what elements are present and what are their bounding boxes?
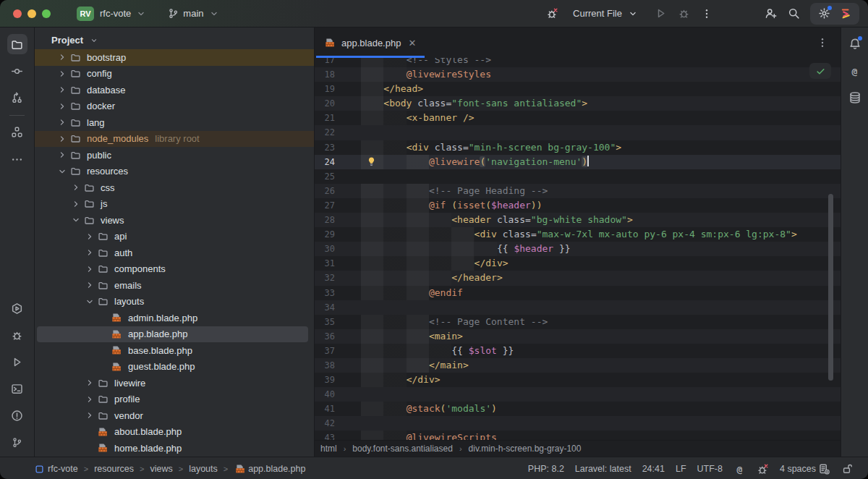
code-line-24[interactable]: 24@livewire('navigation-menu') bbox=[315, 155, 841, 169]
more-icon[interactable] bbox=[7, 149, 27, 169]
inspection-widget[interactable] bbox=[809, 63, 831, 79]
laravel-version-widget[interactable]: Laravel: latest bbox=[575, 464, 631, 474]
tree-item-emails[interactable]: emails bbox=[35, 277, 314, 294]
ai-assistant-icon[interactable]: @ bbox=[733, 463, 746, 475]
tree-item-config[interactable]: config bbox=[35, 66, 314, 82]
code-line-25[interactable]: 25 bbox=[315, 169, 841, 184]
problems-icon[interactable] bbox=[7, 405, 27, 425]
breadcrumb-item[interactable]: div.min-h-screen.bg-gray-100 bbox=[469, 444, 582, 454]
caret-position-widget[interactable]: 24:41 bbox=[642, 464, 665, 474]
editor-scrollbar[interactable] bbox=[828, 194, 833, 381]
code-line-40[interactable]: 40 bbox=[315, 387, 841, 402]
chevron-right-icon[interactable] bbox=[56, 68, 69, 80]
chevron-right-icon[interactable] bbox=[69, 198, 82, 210]
encoding-widget[interactable]: UTF-8 bbox=[697, 464, 723, 474]
tab-options-kebab-icon[interactable] bbox=[816, 36, 829, 49]
project-folder-icon[interactable] bbox=[7, 34, 27, 54]
tree-item-docker[interactable]: docker bbox=[35, 98, 314, 115]
line-ending-widget[interactable]: LF bbox=[676, 464, 686, 474]
chevron-down-icon[interactable] bbox=[83, 296, 96, 308]
tree-item-public[interactable]: public bbox=[35, 147, 314, 164]
tree-item-livewire[interactable]: livewire bbox=[35, 375, 314, 391]
traffic-minimize-icon[interactable] bbox=[27, 9, 36, 18]
tree-item-js[interactable]: js bbox=[35, 196, 314, 213]
tree-item-app.blade.php[interactable]: app.blade.php bbox=[35, 326, 314, 343]
tree-item-views[interactable]: views bbox=[35, 212, 314, 229]
kebab-menu-icon[interactable] bbox=[700, 7, 713, 20]
notifications-bell-icon[interactable] bbox=[847, 36, 863, 52]
path-item[interactable]: layouts bbox=[189, 464, 218, 474]
chevron-right-icon[interactable] bbox=[56, 51, 69, 63]
code-line-28[interactable]: 28<header class="bg-white shadow"> bbox=[315, 213, 841, 227]
tree-item-vendor[interactable]: vendor bbox=[35, 407, 314, 424]
commit-icon[interactable] bbox=[7, 61, 27, 81]
tree-item-admin.blade.php[interactable]: admin.blade.php bbox=[35, 310, 314, 326]
tree-item-base.blade.php[interactable]: base.blade.php bbox=[35, 342, 314, 359]
path-item[interactable]: app.blade.php bbox=[234, 463, 305, 475]
chevron-right-icon[interactable] bbox=[83, 231, 96, 242]
tree-item-about.blade.php[interactable]: about.blade.php bbox=[35, 424, 314, 441]
code-line-34[interactable]: 34 bbox=[315, 300, 841, 315]
chevron-right-icon[interactable] bbox=[56, 101, 69, 112]
tree-item-guest.blade.php[interactable]: guest.blade.php bbox=[35, 359, 314, 376]
code-line-21[interactable]: 21<x-banner /> bbox=[315, 111, 841, 125]
tree-item-css[interactable]: css bbox=[35, 179, 314, 196]
code-line-41[interactable]: 41@stack('modals') bbox=[315, 402, 841, 416]
lightbulb-icon[interactable] bbox=[366, 156, 378, 168]
debug-button[interactable] bbox=[677, 7, 690, 20]
run-button[interactable] bbox=[654, 7, 667, 20]
database-icon[interactable] bbox=[847, 90, 863, 106]
tree-item-node_modules[interactable]: node_moduleslibrary root bbox=[35, 131, 314, 148]
code-editor[interactable]: 17<!-- Styles -->18@livewireStyles19</he… bbox=[315, 58, 841, 440]
pull-request-icon[interactable] bbox=[7, 88, 27, 108]
chevron-right-icon[interactable] bbox=[83, 247, 96, 258]
code-with-me-icon[interactable] bbox=[764, 7, 777, 20]
bug-disabled-icon[interactable] bbox=[545, 7, 558, 20]
code-line-39[interactable]: 39</div> bbox=[315, 373, 841, 387]
breadcrumb-item[interactable]: html bbox=[320, 444, 337, 454]
close-icon[interactable]: ✕ bbox=[408, 38, 416, 48]
chevron-right-icon[interactable] bbox=[56, 149, 69, 161]
code-line-19[interactable]: 19</head> bbox=[315, 82, 841, 96]
chevron-right-icon[interactable] bbox=[83, 377, 96, 389]
tree-item-auth[interactable]: auth bbox=[35, 245, 314, 261]
code-line-32[interactable]: 32</header> bbox=[315, 271, 841, 285]
code-line-33[interactable]: 33@endif bbox=[315, 286, 841, 300]
code-line-18[interactable]: 18@livewireStyles bbox=[315, 67, 841, 82]
tree-item-api[interactable]: api bbox=[35, 229, 314, 245]
version-control-icon[interactable] bbox=[7, 432, 27, 452]
chevron-right-icon[interactable] bbox=[56, 84, 69, 96]
php-version-widget[interactable]: PHP: 8.2 bbox=[528, 464, 564, 474]
path-item[interactable]: resources bbox=[94, 464, 134, 474]
code-line-26[interactable]: 26<!-- Page Heading --> bbox=[315, 184, 841, 198]
run-icon[interactable] bbox=[7, 352, 27, 372]
path-item[interactable]: views bbox=[150, 464, 172, 474]
chevron-right-icon[interactable] bbox=[69, 182, 82, 193]
code-line-22[interactable]: 22 bbox=[315, 125, 841, 140]
branch-selector[interactable]: main bbox=[166, 7, 220, 20]
lock-open-icon[interactable] bbox=[841, 463, 854, 475]
search-icon[interactable] bbox=[787, 7, 800, 20]
code-line-17[interactable]: 17<!-- Styles --> bbox=[315, 58, 841, 67]
chevron-down-icon[interactable] bbox=[69, 214, 82, 226]
tree-item-database[interactable]: database bbox=[35, 82, 314, 98]
chevron-down-icon[interactable] bbox=[56, 166, 69, 177]
bug-disabled-icon[interactable] bbox=[757, 463, 769, 475]
structure-icon[interactable] bbox=[7, 122, 27, 142]
code-line-27[interactable]: 27@if (isset($header)) bbox=[315, 198, 841, 213]
chevron-right-icon[interactable] bbox=[83, 279, 96, 291]
traffic-zoom-icon[interactable] bbox=[42, 9, 51, 18]
tree-item-bootstrap[interactable]: bootstrap bbox=[35, 49, 314, 66]
code-line-31[interactable]: 31</div> bbox=[315, 256, 841, 271]
project-selector[interactable]: rfc-vote bbox=[100, 7, 148, 20]
tree-item-profile[interactable]: profile bbox=[35, 391, 314, 408]
run-configuration[interactable]: Current File bbox=[573, 7, 639, 20]
terminal-icon[interactable] bbox=[7, 378, 27, 399]
code-line-42[interactable]: 42 bbox=[315, 416, 841, 431]
chevron-right-icon[interactable] bbox=[56, 116, 69, 128]
tree-item-lang[interactable]: lang bbox=[35, 114, 314, 131]
chevron-right-icon[interactable] bbox=[83, 410, 96, 421]
code-line-29[interactable]: 29<div class="max-w-7xl mx-auto py-6 px-… bbox=[315, 227, 841, 242]
path-item[interactable]: rfc-vote bbox=[33, 463, 78, 475]
chevron-right-icon[interactable] bbox=[83, 394, 96, 405]
